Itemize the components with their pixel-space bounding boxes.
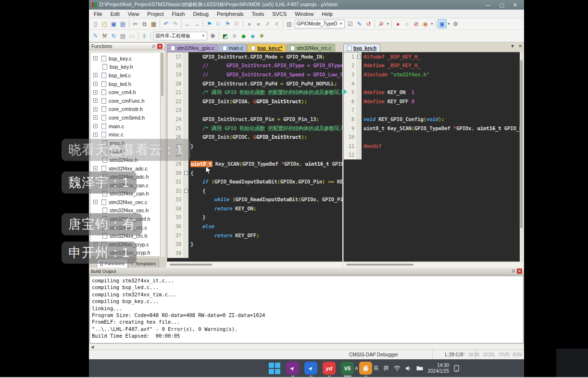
expand-plus-icon[interactable]: + [93,107,98,111]
menu-edit[interactable]: Edit [111,11,120,17]
close-panel-icon[interactable]: ✕ [517,268,522,274]
tab-stm32f4xx_rcc-c[interactable]: stm32f4xx_rcc.c [287,44,335,52]
navigate-forward-icon[interactable]: → [192,19,201,28]
next-bookmark-icon[interactable]: ⚑ [223,19,232,28]
expand-plus-icon[interactable]: + [93,98,98,103]
find-in-files-icon[interactable]: ⚲ [376,19,386,28]
batch-build-icon[interactable]: ▤ [118,31,127,40]
menu-tools[interactable]: Tools [252,11,264,17]
build-output-hscrollbar[interactable]: ◀ [89,344,524,350]
ime-pinyin-indicator[interactable]: 拼 [384,365,389,372]
build-target-icon[interactable]: ⚒ [100,31,109,40]
target-options-icon[interactable]: ✻ [208,31,217,40]
symbols-book-icon[interactable]: ▧ [285,19,294,28]
expand-plus-icon[interactable]: + [93,82,98,86]
file-extensions-icon[interactable]: ≡ [230,31,239,40]
outdent-icon[interactable]: « [254,19,263,28]
menu-peripherals[interactable]: Peripherals [217,11,244,17]
new-file-icon[interactable]: ▯ [91,19,100,28]
fold-minus-icon[interactable]: − [184,189,188,193]
menu-file[interactable]: File [94,11,102,17]
manage-rte-icon[interactable]: ◆ [239,31,248,40]
tree-item-core_cmSimd-h[interactable]: +core_cmSimd.h [90,113,160,122]
insert-bookmark-icon[interactable]: ⚑ [205,19,214,28]
cut-icon[interactable]: ✂ [131,19,140,28]
verify-symbol-icon[interactable]: ☑ [346,19,355,28]
insert-breakpoint-icon[interactable]: ● [393,19,402,28]
expand-plus-icon[interactable]: + [93,115,98,120]
keil-uvision-app-icon[interactable]: V5 [341,362,354,375]
taskbar-clock[interactable]: 14:30 2024/1/25 [428,363,450,374]
edit-symbol-icon[interactable]: ✎ [355,19,364,28]
ime-language-indicator[interactable]: 英 [374,365,379,372]
menu-svcs[interactable]: SVCS [272,11,287,17]
code-area-bsp-key-h[interactable]: 1−#ifndef _BSP_KEY_H_2#define _BSP_KEY_H… [343,52,523,262]
menu-flash[interactable]: Flash [172,11,185,17]
tree-item-misc-c[interactable]: +misc.c [90,130,160,139]
expand-plus-icon[interactable]: + [93,133,98,137]
tree-item-bsp_led-c[interactable]: +bsp_led.c [90,71,160,80]
remote-control-app-icon[interactable]: ➤ [286,362,299,375]
select-software-packs-icon[interactable]: ◈ [248,31,257,40]
expand-plus-icon[interactable]: + [93,90,98,95]
manage-project-items-icon[interactable]: ◩ [221,31,230,40]
fold-minus-icon[interactable]: − [357,55,361,59]
undo-icon[interactable]: ↶ [162,19,171,28]
pack-installer-icon[interactable]: ❖ [257,31,266,40]
notification-center-icon[interactable] [454,365,459,372]
paste-icon[interactable]: ▦ [149,19,158,28]
menu-debug[interactable]: Debug [193,11,209,17]
target-combo[interactable]: 固件库-工程模板▼ [153,32,207,40]
menu-view[interactable]: View [128,11,139,17]
tab-list-dropdown-icon[interactable]: ▼ [511,44,515,49]
tree-item-bsp_key-c[interactable]: +bsp_key.c [90,54,160,63]
tab-bsp-key-h[interactable]: bsp_key.h [343,44,380,52]
save-icon[interactable]: ▣ [109,19,118,28]
youdao-dict-app-icon[interactable]: yd [323,362,336,375]
close-button[interactable]: ✕ [513,2,517,8]
dropdown-arrow-icon[interactable]: ▼ [386,19,390,28]
configure-wrench-icon[interactable]: ⚙ [451,19,460,28]
navigate-back-icon[interactable]: ← [183,19,192,28]
menu-window[interactable]: Window [295,11,313,17]
folder-tray-icon[interactable] [416,366,423,371]
right-editor-hscrollbar[interactable] [343,262,523,268]
tab-stm32f4xx_gpio-c[interactable]: stm32f4xx_gpio.c [167,44,218,52]
copy-icon[interactable]: ⧉ [140,19,149,28]
kill-all-breakpoints-icon[interactable]: ◉ [421,19,430,28]
kill-breakpoint-icon[interactable]: ⊘ [412,19,421,28]
tree-item-core_cm4-h[interactable]: +core_cm4.h [90,88,160,97]
tab-main-c[interactable]: main.c [219,44,247,52]
window-titlebar[interactable]: D:\Project\Keil_Project\STM32\basic\按键检测… [89,0,524,10]
right-editor-vscrollbar[interactable] [520,52,523,262]
close-panel-icon[interactable]: ✕ [157,44,163,49]
microphone-icon[interactable] [363,365,369,372]
minimize-button[interactable]: — [485,2,490,8]
fold-minus-icon[interactable]: − [184,171,188,175]
refresh-symbols-icon[interactable]: ↺ [364,19,373,28]
tree-item-bsp_key-h[interactable]: bsp_key.h [90,63,160,72]
wifi-icon[interactable] [394,366,400,371]
redo-icon[interactable]: ↷ [171,19,180,28]
tray-expand-chevron-icon[interactable]: ∧ [354,365,358,371]
tree-item-core_cmInstr-h[interactable]: +core_cmInstr.h [90,105,160,114]
expand-plus-icon[interactable]: + [93,124,98,128]
expand-plus-icon[interactable]: + [93,56,98,61]
windows-list-icon[interactable]: ▣ [438,19,447,28]
build-output-log[interactable]: compiling stm32f4xx_it.c...compiling bsp… [89,276,524,343]
tree-item-core_cmFunc-h[interactable]: +core_cmFunc.h [90,97,160,105]
maximize-button[interactable]: ▢ [499,2,504,8]
uncomment-selection-icon[interactable]: // [272,19,281,28]
close-tab-icon[interactable]: ✕ [518,44,522,49]
translate-file-icon[interactable]: ✎ [91,31,100,40]
tree-item-bsp_led-h[interactable]: +bsp_led.h [90,80,160,88]
clear-bookmarks-icon[interactable]: ⚐ [232,19,241,28]
dropdown-arrow-icon[interactable]: ▼ [447,19,451,28]
browser-app-icon[interactable]: ➤ [304,362,317,375]
expand-plus-icon[interactable]: + [93,166,98,171]
menu-help[interactable]: Help [322,11,333,17]
symbol-combo[interactable]: GPIOMode_TypeDef▼ [295,20,345,28]
tree-item-main-c[interactable]: +main.c [90,122,160,131]
volume-icon[interactable] [405,366,412,371]
indent-icon[interactable]: » [245,19,254,28]
